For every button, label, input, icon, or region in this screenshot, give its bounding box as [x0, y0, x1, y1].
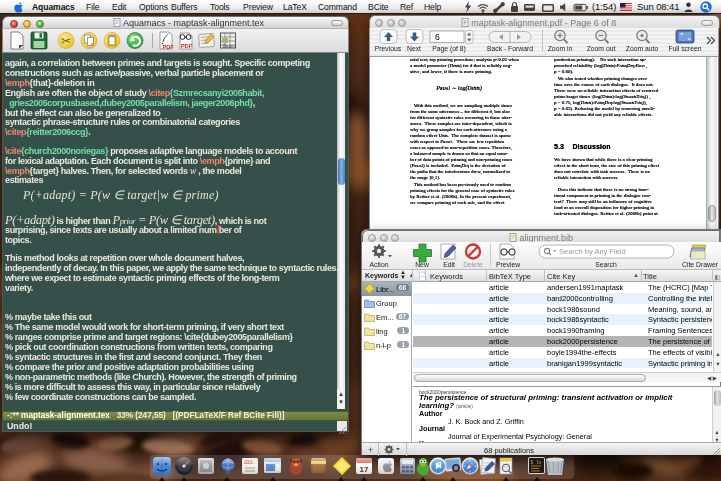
svg-text:Full screen: Full screen: [668, 45, 701, 52]
svg-text:$ ls: $ ls: [531, 460, 542, 465]
svg-text:Search: Search: [595, 261, 617, 268]
svg-text:Cite Drawer: Cite Drawer: [682, 261, 719, 268]
svg-text:New: New: [415, 261, 429, 268]
svg-text:Back - Forward: Back - Forward: [487, 45, 533, 52]
svg-text:Beam: Beam: [223, 44, 235, 49]
svg-text:PDF: PDF: [181, 43, 193, 49]
svg-text:Zoom auto: Zoom auto: [626, 45, 659, 52]
svg-text:Delete: Delete: [463, 261, 483, 268]
svg-text:Page (of 8): Page (of 8): [432, 45, 466, 53]
svg-text:Next: Next: [407, 45, 421, 52]
svg-text:Zoom in: Zoom in: [548, 45, 573, 52]
svg-text:Preview: Preview: [496, 261, 520, 268]
svg-text:Action: Action: [370, 261, 389, 268]
svg-text:Zoom out: Zoom out: [587, 45, 616, 52]
svg-text:✂: ✂: [61, 34, 71, 48]
svg-text:Search by Any Field: Search by Any Field: [559, 247, 626, 256]
svg-text:6: 6: [435, 32, 440, 42]
svg-text:Edit: Edit: [443, 261, 455, 268]
svg-text:Previous: Previous: [375, 45, 402, 52]
svg-text:PDF: PDF: [163, 44, 175, 50]
